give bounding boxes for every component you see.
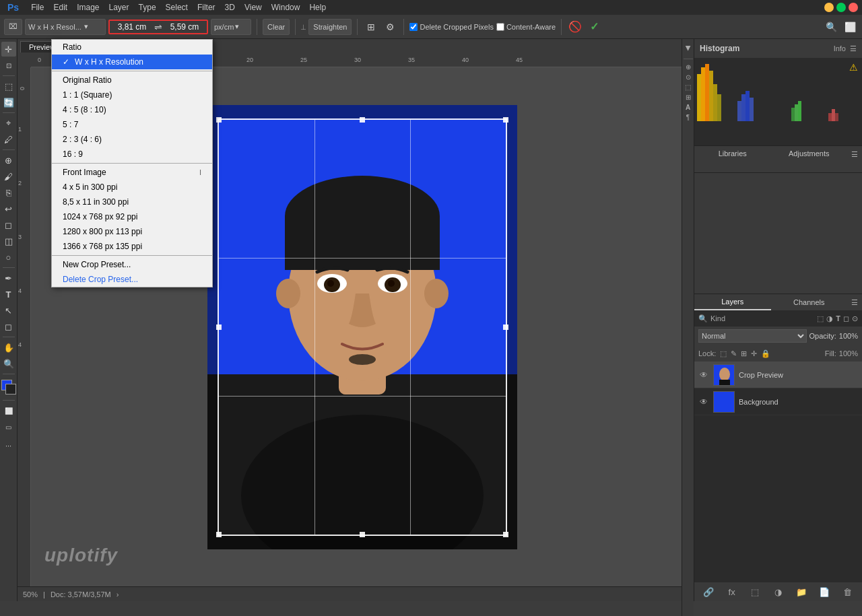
dodge-tool[interactable]: ○ [1,250,16,265]
collapsed-icon-2[interactable]: ⊙ [686,73,691,81]
move-tool[interactable]: ✛ [1,42,16,57]
menu-3d[interactable]: 3D [220,1,240,13]
shape-tool[interactable]: ◻ [1,319,16,334]
screen-mode[interactable]: ▭ [1,419,16,434]
collapsed-icon-5[interactable]: A [686,104,690,111]
lock-pixels-icon[interactable]: ⬚ [720,349,727,358]
layer-effects-button[interactable]: fx [725,585,739,598]
link-layers-button[interactable]: 🔗 [702,585,715,598]
shape-filter-icon[interactable]: ◻ [843,314,849,323]
grid-button[interactable]: ⊞ [363,19,379,35]
menu-edit[interactable]: Edit [48,1,72,13]
channels-tab[interactable]: Channels [771,294,848,310]
collapsed-icon-1[interactable]: ⊕ [686,63,691,71]
quick-mask-mode[interactable]: ⬜ [1,403,16,418]
delete-cropped-checkbox[interactable] [409,23,418,31]
adjustment-filter-icon[interactable]: ◑ [826,314,833,323]
path-selection[interactable]: ↖ [1,303,16,318]
lock-all-icon[interactable]: 🔒 [761,349,770,358]
collapsed-icon-4[interactable]: ⊞ [686,94,691,101]
settings-button[interactable]: ⚙ [382,19,398,35]
status-expand[interactable]: › [117,590,119,598]
lock-artboard-icon[interactable]: ⊞ [741,349,747,358]
crop-tool[interactable]: ⌖ [1,116,16,131]
dropdown-item-1024x768[interactable]: 1024 x 768 px 92 ppi [52,209,212,224]
eraser-tool[interactable]: ◻ [1,217,16,232]
dropdown-item-new-preset[interactable]: New Crop Preset... [52,257,212,272]
layer-eye-crop[interactable]: 👁 [698,370,709,380]
pixel-filter-icon[interactable]: ⬚ [817,314,824,323]
dropdown-item-2x3[interactable]: 2 : 3 (4 : 6) [52,132,212,147]
dropdown-item-16x9[interactable]: 16 : 9 [52,147,212,162]
menu-view[interactable]: View [240,1,267,13]
smart-filter-icon[interactable]: ⊙ [852,314,858,323]
lasso-tool[interactable]: 🔄 [1,95,16,110]
fullscreen-button[interactable]: ⬜ [842,19,858,35]
dropdown-item-ratio[interactable]: Ratio [52,40,212,55]
color-swatches[interactable] [1,380,16,395]
histogram-menu-icon[interactable]: ☰ [850,44,857,53]
layers-tab[interactable]: Layers [694,294,771,310]
swap-icon[interactable]: ⇌ [154,22,162,32]
clone-tool[interactable]: ⎘ [1,185,16,200]
collapsed-icon-3[interactable]: ⬚ [685,83,691,91]
cancel-button[interactable]: 🚫 [567,19,583,35]
height-input[interactable] [164,22,205,32]
selection-tool[interactable]: ⬚ [1,79,16,94]
text-tool[interactable]: T [1,287,16,302]
search-button[interactable]: 🔍 [823,19,839,35]
opacity-value[interactable]: 100% [839,332,858,340]
lock-move-icon[interactable]: ✛ [751,349,757,358]
dropdown-item-wxhxres[interactable]: W x H x Resolution [52,55,212,69]
menu-type[interactable]: Type [134,1,161,13]
menu-file[interactable]: File [26,1,48,13]
pen-tool[interactable]: ✒ [1,271,16,285]
dropdown-item-square[interactable]: 1 : 1 (Square) [52,88,212,102]
dropdown-item-4x5[interactable]: 4 : 5 (8 : 10) [52,102,212,117]
dropdown-item-1280x800[interactable]: 1280 x 800 px 113 ppi [52,224,212,239]
confirm-button[interactable]: ✓ [586,19,602,35]
dropdown-item-front[interactable]: Front Image I [52,165,212,180]
more-tools[interactable]: ··· [1,438,16,453]
background-color[interactable] [5,384,16,395]
dropdown-item-4x5in[interactable]: 4 x 5 in 300 ppi [52,180,212,195]
layer-item-background[interactable]: 👁 Background [694,388,862,415]
layer-eye-bg[interactable]: 👁 [698,397,709,407]
dropdown-item-8x11in[interactable]: 8,5 x 11 in 300 ppi [52,195,212,209]
crop-preset-dropdown[interactable]: W x H x Resol... ▾ [25,19,106,35]
fill-value[interactable]: 100% [839,349,858,357]
layers-menu-icon[interactable]: ☰ [847,294,862,310]
clear-button[interactable]: Clear [263,19,290,35]
lock-position-icon[interactable]: ✎ [731,349,737,358]
menu-window[interactable]: Window [267,1,305,13]
crop-tool-button[interactable]: ⌧ [4,19,22,35]
healing-tool[interactable]: ⊕ [1,153,16,168]
close-button[interactable] [849,3,858,12]
gradient-tool[interactable]: ◫ [1,234,16,248]
menu-select[interactable]: Select [161,1,193,13]
menu-help[interactable]: Help [304,1,331,13]
artboard-tool[interactable]: ⊡ [1,58,16,73]
unit-dropdown[interactable]: px/cm ▾ [211,19,251,35]
content-aware-checkbox[interactable] [496,23,504,31]
menu-filter[interactable]: Filter [193,1,220,13]
straighten-button[interactable]: Straighten [308,19,352,35]
adjustments-tab[interactable]: Adjustments [771,146,848,162]
dropdown-item-1366x768[interactable]: 1366 x 768 px 135 ppi [52,239,212,254]
eyedropper-tool[interactable]: 🖊 [1,132,16,147]
width-input[interactable] [112,22,152,32]
new-layer-button[interactable]: 📄 [818,585,831,598]
dropdown-item-delete-preset[interactable]: Delete Crop Preset... [52,272,212,287]
libraries-menu-icon[interactable]: ☰ [847,146,862,162]
dropdown-item-orig-ratio[interactable]: Original Ratio [52,73,212,88]
brush-tool[interactable]: 🖌 [1,169,16,184]
libraries-tab[interactable]: Libraries [694,146,771,162]
collapsed-play-icon[interactable]: ▶ [684,46,692,51]
info-title[interactable]: Info [834,44,846,53]
dropdown-item-5x7[interactable]: 5 : 7 [52,117,212,132]
history-brush[interactable]: ↩ [1,201,16,216]
collapsed-icon-6[interactable]: ¶ [686,114,690,121]
menu-image[interactable]: Image [72,1,104,13]
zoom-tool[interactable]: 🔍 [1,356,16,371]
layer-mask-button[interactable]: ⬚ [748,585,762,598]
